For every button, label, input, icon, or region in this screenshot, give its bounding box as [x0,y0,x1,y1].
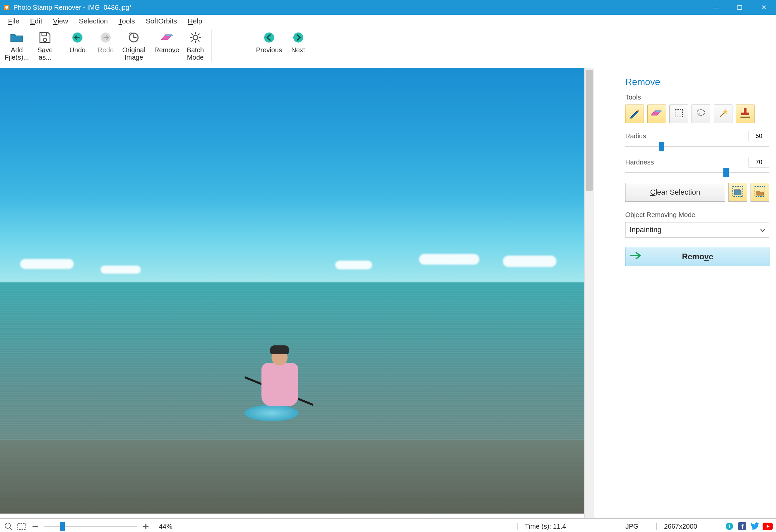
svg-line-17 [191,34,193,35]
radius-slider[interactable] [625,143,769,150]
facebook-icon[interactable]: f [737,521,747,531]
canvas[interactable] [0,68,594,518]
separator [212,30,212,62]
btn-label: BatchMode [187,46,204,61]
save-selection-icon [732,186,744,199]
menu-softorbits[interactable]: SoftOrbits [140,16,182,26]
btn-label: Saveas... [37,46,53,61]
fit-to-screen-icon[interactable] [17,521,27,531]
radius-row: Radius [625,131,769,141]
main-area: Remove Tools [0,68,776,518]
eraser-tool[interactable] [647,105,666,123]
panel-gap [594,68,618,518]
folder-plus-icon [9,29,25,46]
load-selection-icon [754,186,766,199]
svg-rect-25 [675,110,682,117]
menu-file-rest: ile [12,17,19,25]
gear-icon [187,29,203,46]
separator [150,30,150,62]
svg-line-18 [198,40,199,42]
maximize-button[interactable] [728,0,752,15]
time-value: Time (s): 11.4 [525,523,566,530]
eraser-icon [650,109,663,120]
eraser-icon [159,29,175,46]
youtube-icon[interactable] [763,521,773,531]
svg-rect-4 [19,32,23,36]
status-bar: 44% Time (s): 11.4 JPG 2667x2000 i f [0,518,776,532]
menu-bar: File Edit View Selection Tools SoftOrbit… [0,15,776,27]
zoom-out-icon[interactable] [30,521,40,531]
format-value: JPG [625,523,639,530]
redo-button[interactable]: Redo [92,29,120,54]
minimize-button[interactable] [704,0,728,15]
svg-line-20 [191,40,193,42]
vertical-scrollbar[interactable] [584,68,594,518]
radius-value-input[interactable] [749,131,769,141]
remove-button[interactable]: Remove [625,247,770,266]
mode-dropdown[interactable]: Inpainting [625,222,769,238]
magic-wand-tool[interactable] [714,105,732,123]
svg-text:f: f [741,523,744,530]
zoom-in-icon[interactable] [141,521,151,531]
mode-label: Object Removing Mode [625,211,769,219]
svg-rect-30 [740,117,750,118]
hardness-slider[interactable] [625,169,769,176]
twitter-icon[interactable] [750,521,760,531]
clock-icon [126,29,142,46]
svg-rect-28 [744,108,747,113]
save-as-button[interactable]: Saveas... [31,29,59,62]
svg-rect-35 [18,523,26,529]
menu-view[interactable]: View [48,16,73,26]
arrow-right-icon [630,251,642,262]
btn-label: OriginalImage [122,46,145,61]
clone-stamp-tool[interactable] [736,105,755,123]
tool-row [625,105,769,123]
menu-help[interactable]: Help [182,16,207,26]
hardness-row: Hardness [625,157,769,168]
hardness-label: Hardness [625,158,654,166]
separator [61,30,61,62]
rectangle-select-tool[interactable] [669,105,688,123]
dimensions-cell: 2667x2000 [656,523,718,530]
menu-edit[interactable]: Edit [25,16,48,26]
next-button[interactable]: Next [284,29,312,54]
zoom-slider[interactable] [44,523,137,530]
clear-selection-button[interactable]: Clear Selection [625,183,725,202]
magic-wand-icon [717,108,729,121]
menu-file[interactable]: File [3,16,25,26]
original-image-button[interactable]: OriginalImage [120,29,148,62]
svg-rect-5 [42,32,47,36]
titlebar: Photo Stamp Remover - IMG_0486.jpg* [0,0,776,15]
zoom-percent: 44% [159,523,172,530]
close-button[interactable] [752,0,776,15]
previous-button[interactable]: Previous [254,29,284,54]
save-selection-button[interactable] [728,183,747,202]
hardness-value-input[interactable] [749,157,769,168]
rectangle-icon [673,108,684,120]
zoom-tool-icon[interactable] [3,521,13,531]
svg-rect-29 [741,113,749,115]
scrollbar-thumb[interactable] [586,70,593,191]
social-cell: i f [718,521,773,531]
radius-label: Radius [625,132,646,140]
window-title: Photo Stamp Remover - IMG_0486.jpg* [13,4,132,11]
add-files-button[interactable]: AddFile(s)... [3,29,31,62]
undo-icon [69,29,85,46]
lasso-tool[interactable] [692,105,710,123]
menu-selection[interactable]: Selection [73,16,113,26]
load-selection-button[interactable] [751,183,769,202]
btn-label: Remove [154,46,179,54]
window-controls [704,0,776,15]
batch-mode-button[interactable]: BatchMode [181,29,210,62]
btn-label: Previous [256,46,282,54]
marker-tool[interactable] [625,105,644,123]
info-icon[interactable]: i [724,521,734,531]
menu-tools[interactable]: Tools [113,16,140,26]
svg-line-34 [10,528,12,530]
btn-label: Next [291,46,305,54]
svg-text:i: i [729,523,730,530]
svg-line-19 [198,34,199,35]
remove-ribbon-button[interactable]: Remove [152,29,181,54]
stamp-icon [740,107,751,121]
undo-button[interactable]: Undo [63,29,92,54]
